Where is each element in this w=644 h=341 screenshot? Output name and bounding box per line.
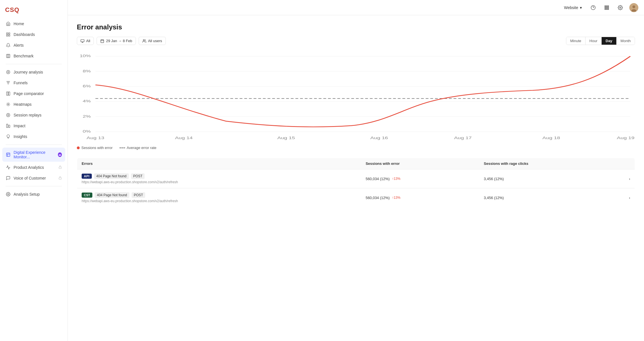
topbar-right: Website ▾ <box>562 3 638 12</box>
svg-rect-41 <box>605 8 606 9</box>
sidebar-item-label: Page comparator <box>14 91 44 96</box>
apps-grid-button[interactable] <box>602 3 611 12</box>
sidebar-item-insights[interactable]: Insights <box>2 131 65 142</box>
sidebar-item-impact[interactable]: Impact <box>2 121 65 131</box>
badge-method-1: POST <box>131 173 145 179</box>
sidebar-item-label: Product Analytics <box>14 165 44 170</box>
journey-icon <box>6 70 11 75</box>
heatmaps-icon <box>6 102 11 107</box>
sidebar: CSQ Home Dashboards Alerts Benchmark <box>0 0 68 341</box>
badge-cst-2: CST <box>82 193 92 198</box>
svg-rect-13 <box>6 92 8 95</box>
error-url-1: https://webapi.aws-eu.production.shopsto… <box>82 180 356 184</box>
svg-text:8%: 8% <box>83 69 91 73</box>
svg-rect-3 <box>6 35 8 36</box>
svg-text:Aug 13: Aug 13 <box>87 136 105 140</box>
col-sessions-error: Sessions with error <box>361 158 479 169</box>
svg-rect-2 <box>8 35 10 36</box>
sidebar-item-voice-of-customer[interactable]: Voice of Customer <box>2 173 65 183</box>
sidebar-item-digital-experience[interactable]: Digital Experience Monitor... <box>2 148 65 162</box>
topbar: Website ▾ <box>68 0 644 15</box>
sidebar-item-dashboards[interactable]: Dashboards <box>2 29 65 40</box>
users-icon <box>142 39 146 43</box>
col-action <box>624 158 635 169</box>
sidebar-item-label: Analysis Setup <box>14 192 40 197</box>
sidebar-item-analysis-setup[interactable]: Analysis Setup <box>2 189 65 199</box>
sidebar-item-session-replays[interactable]: Session replays <box>2 110 65 120</box>
settings-button[interactable] <box>616 3 625 12</box>
svg-rect-26 <box>6 124 8 128</box>
voice-icon <box>6 176 11 181</box>
legend-label-avg: Average error rate <box>127 146 156 150</box>
legend-avg-error-rate: Average error rate <box>119 146 156 150</box>
nav-divider-2 <box>6 144 62 145</box>
svg-rect-32 <box>59 178 62 180</box>
avatar[interactable] <box>629 3 638 12</box>
users-filter-button[interactable]: All users <box>139 37 166 45</box>
table-row[interactable]: API 404 Page Not found POST https://weba… <box>77 169 635 188</box>
sidebar-item-heatmaps[interactable]: Heatmaps <box>2 99 65 109</box>
session-replays-icon <box>6 113 11 118</box>
svg-text:0%: 0% <box>83 129 91 133</box>
sidebar-item-home[interactable]: Home <box>2 19 65 29</box>
sidebar-item-label: Home <box>14 21 24 26</box>
svg-rect-28 <box>6 153 10 156</box>
sidebar-navigation: Home Dashboards Alerts Benchmark Journe <box>0 19 68 199</box>
legend-dash-gray <box>119 148 125 148</box>
svg-text:Aug 15: Aug 15 <box>277 136 295 140</box>
svg-text:2%: 2% <box>83 114 91 118</box>
website-selector[interactable]: Website ▾ <box>562 4 584 11</box>
svg-rect-42 <box>606 8 607 9</box>
badge-method-2: POST <box>132 192 145 198</box>
logo-area: CSQ <box>0 3 68 19</box>
date-range-button[interactable]: 29 Jan → 8 Feb <box>97 37 136 45</box>
badge-api-1: API <box>82 174 92 179</box>
minute-button[interactable]: Minute <box>566 37 586 45</box>
lock-icon-voice <box>58 176 62 180</box>
row-chevron-2[interactable]: › <box>624 188 635 207</box>
website-label: Website <box>564 5 578 10</box>
sidebar-item-product-analytics[interactable]: Product Analytics <box>2 162 65 172</box>
svg-rect-48 <box>81 39 84 42</box>
svg-point-25 <box>8 115 9 116</box>
sidebar-item-label: Dashboards <box>14 32 35 37</box>
sidebar-item-alerts[interactable]: Alerts <box>2 40 65 50</box>
svg-point-8 <box>8 72 9 73</box>
svg-text:Aug 19: Aug 19 <box>617 136 635 140</box>
row-chevron-1[interactable]: › <box>624 169 635 188</box>
trend-2: ↑13% <box>392 196 401 200</box>
errors-table: Errors Sessions with error Sessions with… <box>77 158 635 207</box>
svg-text:Aug 14: Aug 14 <box>175 136 193 140</box>
svg-line-21 <box>9 105 10 106</box>
table-row[interactable]: CST 404 Page Not found POST https://weba… <box>77 188 635 207</box>
svg-rect-31 <box>59 167 62 169</box>
month-button[interactable]: Month <box>617 37 635 45</box>
home-icon <box>6 21 11 26</box>
sidebar-item-benchmark[interactable]: Benchmark <box>2 51 65 61</box>
lock-icon-product <box>58 165 62 170</box>
sidebar-item-journey-analysis[interactable]: Journey analysis <box>2 67 65 77</box>
analysis-setup-icon <box>6 192 11 197</box>
svg-text:Aug 17: Aug 17 <box>454 136 472 140</box>
svg-text:6%: 6% <box>83 84 91 88</box>
sidebar-item-label: Funnels <box>14 81 28 85</box>
insights-icon <box>6 134 11 139</box>
app-logo: CSQ <box>5 6 19 14</box>
all-filter-button[interactable]: All <box>77 37 94 45</box>
hour-button[interactable]: Hour <box>586 37 602 45</box>
sidebar-item-funnels[interactable]: Funnels <box>2 78 65 88</box>
sidebar-item-label: Voice of Customer <box>14 176 46 180</box>
svg-point-24 <box>6 113 10 117</box>
legend-dot-red <box>77 146 80 149</box>
benchmark-icon <box>6 53 11 59</box>
svg-rect-27 <box>8 125 10 128</box>
sessions-value-1: 560,034 (12%) <box>365 177 390 181</box>
sidebar-item-page-comparator[interactable]: Page comparator <box>2 89 65 99</box>
day-button[interactable]: Day <box>602 37 617 45</box>
legend-label-sessions: Sessions with error <box>81 146 113 150</box>
svg-rect-0 <box>6 33 8 34</box>
svg-text:4%: 4% <box>83 99 91 103</box>
help-button[interactable] <box>589 3 598 12</box>
svg-rect-14 <box>8 92 10 95</box>
svg-rect-51 <box>101 40 104 43</box>
